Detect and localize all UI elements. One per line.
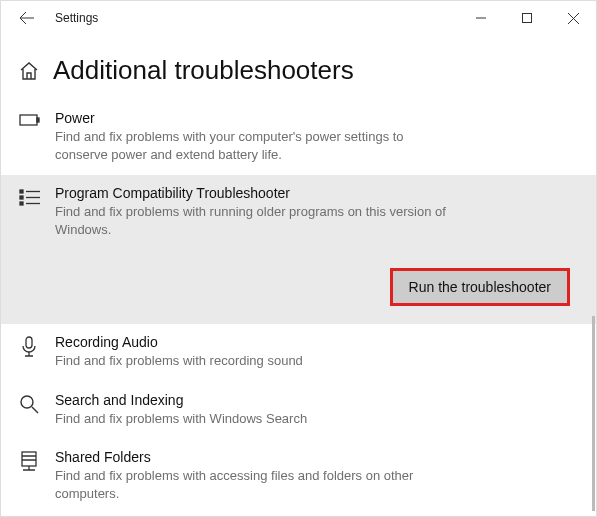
- arrow-left-icon: [19, 10, 35, 26]
- window-controls: [458, 1, 596, 35]
- troubleshooter-item-compat[interactable]: Program Compatibility Troubleshooter Fin…: [1, 175, 596, 324]
- microphone-icon: [19, 334, 41, 370]
- svg-rect-3: [20, 190, 23, 193]
- svg-rect-2: [37, 118, 39, 122]
- page-title: Additional troubleshooters: [53, 55, 354, 86]
- troubleshooter-list: Power Find and fix problems with your co…: [1, 100, 596, 514]
- run-troubleshooter-button[interactable]: Run the troubleshooter: [390, 268, 570, 306]
- back-button[interactable]: [13, 4, 41, 32]
- close-icon: [568, 13, 579, 24]
- titlebar: Settings: [1, 1, 596, 35]
- troubleshooter-item-recording[interactable]: Recording Audio Find and fix problems wi…: [1, 324, 596, 382]
- battery-icon: [19, 110, 41, 163]
- troubleshooter-item-shared[interactable]: Shared Folders Find and fix problems wit…: [1, 439, 596, 514]
- item-title: Search and Indexing: [55, 392, 578, 408]
- svg-rect-8: [22, 452, 36, 466]
- svg-rect-6: [26, 337, 32, 348]
- maximize-button[interactable]: [504, 1, 550, 35]
- maximize-icon: [522, 13, 532, 23]
- minimize-icon: [476, 13, 486, 23]
- minimize-button[interactable]: [458, 1, 504, 35]
- scrollbar[interactable]: [592, 316, 595, 511]
- shared-folder-icon: [19, 449, 41, 502]
- program-list-icon: [19, 185, 41, 306]
- svg-point-7: [21, 396, 33, 408]
- item-desc: Find and fix problems with running older…: [55, 203, 455, 238]
- item-desc: Find and fix problems with recording sou…: [55, 352, 455, 370]
- svg-rect-0: [523, 14, 532, 23]
- search-icon: [19, 392, 41, 428]
- svg-rect-5: [20, 202, 23, 205]
- item-title: Recording Audio: [55, 334, 578, 350]
- troubleshooter-item-power[interactable]: Power Find and fix problems with your co…: [1, 100, 596, 175]
- item-desc: Find and fix problems with Windows Searc…: [55, 410, 455, 428]
- close-button[interactable]: [550, 1, 596, 35]
- troubleshooter-item-search[interactable]: Search and Indexing Find and fix problem…: [1, 382, 596, 440]
- item-title: Power: [55, 110, 578, 126]
- item-title: Shared Folders: [55, 449, 578, 465]
- home-icon[interactable]: [19, 61, 39, 81]
- svg-rect-1: [20, 115, 37, 125]
- item-desc: Find and fix problems with accessing fil…: [55, 467, 455, 502]
- item-desc: Find and fix problems with your computer…: [55, 128, 455, 163]
- item-title: Program Compatibility Troubleshooter: [55, 185, 578, 201]
- svg-rect-4: [20, 196, 23, 199]
- page-header: Additional troubleshooters: [1, 35, 596, 100]
- window-title: Settings: [55, 11, 98, 25]
